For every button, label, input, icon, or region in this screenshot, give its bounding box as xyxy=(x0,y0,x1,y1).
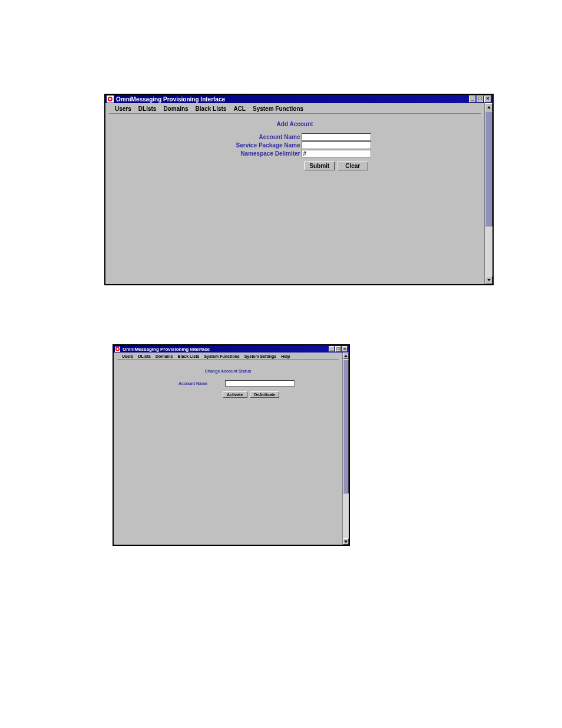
menu-system-functions[interactable]: System Functions xyxy=(249,104,307,113)
window-title: OmniMessaging Provisioning Interface xyxy=(116,96,225,103)
account-name-label: Account Name xyxy=(161,381,225,386)
app-icon xyxy=(115,347,120,352)
maximize-button[interactable]: □ xyxy=(477,95,484,103)
scroll-track[interactable] xyxy=(485,111,492,276)
scroll-track[interactable] xyxy=(343,359,349,538)
chevron-down-icon xyxy=(487,278,491,282)
vertical-scrollbar[interactable] xyxy=(484,103,492,284)
submit-button[interactable]: Submit xyxy=(304,162,335,170)
titlebar[interactable]: OmniMessaging Provisioning Interface _ □… xyxy=(105,95,492,103)
scroll-thumb[interactable] xyxy=(485,111,492,226)
namespace-delimiter-label: Namespace Delimiter xyxy=(219,150,302,157)
chevron-up-icon xyxy=(343,354,348,358)
menubar: Users DLists Domains Black Lists ACL Sys… xyxy=(109,103,481,114)
account-name-input[interactable] xyxy=(225,380,295,387)
app-icon xyxy=(107,95,114,103)
clear-button[interactable]: Clear xyxy=(338,162,368,170)
minimize-button[interactable]: _ xyxy=(329,346,335,352)
menu-dlists[interactable]: DLists xyxy=(135,354,153,359)
close-button[interactable]: × xyxy=(342,346,348,352)
window-add-account: OmniMessaging Provisioning Interface _ □… xyxy=(104,94,494,285)
menu-acl[interactable]: ACL xyxy=(230,104,249,113)
chevron-up-icon xyxy=(487,105,491,110)
menu-domains[interactable]: Domains xyxy=(153,354,176,359)
deactivate-button[interactable]: DeActivate xyxy=(250,391,279,398)
svg-marker-7 xyxy=(344,541,348,543)
account-name-label: Account Name xyxy=(219,134,302,140)
titlebar[interactable]: OmniMessaging Provisioning Interface _ □… xyxy=(114,345,349,353)
minimize-button[interactable]: _ xyxy=(469,95,476,103)
svg-marker-2 xyxy=(487,106,491,108)
close-button[interactable]: × xyxy=(484,95,491,103)
svg-point-5 xyxy=(117,348,119,350)
section-title: Change Account Status xyxy=(114,369,342,373)
svg-point-1 xyxy=(109,98,111,100)
scroll-up-button[interactable] xyxy=(485,103,492,111)
service-package-name-label: Service Package Name xyxy=(219,142,302,149)
scroll-thumb[interactable] xyxy=(343,359,349,493)
menu-users[interactable]: Users xyxy=(111,104,135,113)
scroll-down-button[interactable] xyxy=(343,538,349,545)
menu-black-lists[interactable]: Black Lists xyxy=(175,354,201,359)
account-name-input[interactable] xyxy=(302,133,371,141)
svg-marker-3 xyxy=(487,279,491,281)
window-title: OmniMessaging Provisioning Interface xyxy=(123,347,210,352)
svg-marker-6 xyxy=(344,355,348,357)
service-package-name-input[interactable] xyxy=(302,141,371,149)
menu-system-functions[interactable]: System Functions xyxy=(201,354,242,359)
menu-domains[interactable]: Domains xyxy=(160,104,191,113)
menubar: Users DLists Domains Black Lists System … xyxy=(117,353,339,360)
maximize-button[interactable]: □ xyxy=(335,346,341,352)
scroll-up-button[interactable] xyxy=(343,353,349,359)
menu-help[interactable]: Help xyxy=(279,354,292,359)
window-change-account-status: OmniMessaging Provisioning Interface _ □… xyxy=(113,344,350,546)
scroll-down-button[interactable] xyxy=(485,276,492,284)
activate-button[interactable]: Activate xyxy=(223,391,247,398)
menu-black-lists[interactable]: Black Lists xyxy=(192,104,230,113)
menu-system-settings[interactable]: System Settings xyxy=(242,354,279,359)
menu-users[interactable]: Users xyxy=(120,354,135,359)
namespace-delimiter-input[interactable] xyxy=(302,150,371,157)
chevron-down-icon xyxy=(343,539,348,544)
menu-dlists[interactable]: DLists xyxy=(135,104,160,113)
vertical-scrollbar[interactable] xyxy=(342,353,349,545)
section-title: Add Account xyxy=(105,121,484,127)
